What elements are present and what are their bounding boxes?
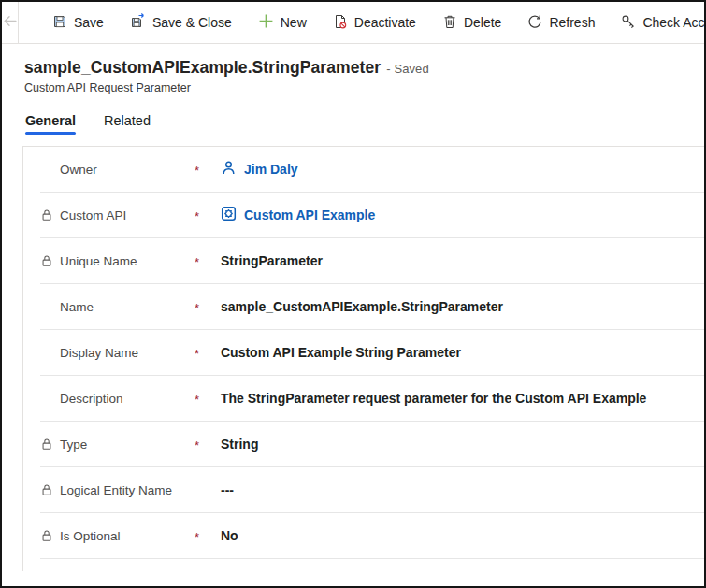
required-asterisk: *	[195, 253, 220, 269]
save-button-label: Save	[74, 15, 104, 30]
save-status-badge: - Saved	[386, 62, 429, 76]
field-label-text: Unique Name	[60, 254, 137, 268]
record-header: sample_CustomAPIExample.StringParameter-…	[2, 44, 704, 94]
plus-icon	[258, 13, 274, 32]
command-bar-buttons: Save Save & Close New	[39, 2, 706, 43]
save-and-close-button[interactable]: Save & Close	[117, 2, 245, 43]
deactivate-button-label: Deactivate	[354, 15, 416, 30]
field-label: Type	[40, 437, 195, 452]
required-asterisk: *	[195, 299, 220, 315]
field-label-text: Is Optional	[60, 529, 121, 543]
custom-api-lookup-value[interactable]: Custom API Example	[221, 206, 375, 224]
save-icon	[52, 14, 67, 32]
name-field-value[interactable]: sample_CustomAPIExample.StringParameter	[221, 299, 503, 314]
new-button[interactable]: New	[245, 2, 320, 43]
delete-button-label: Delete	[464, 15, 501, 30]
tab-related[interactable]: Related	[104, 113, 151, 137]
person-icon	[221, 160, 237, 179]
field-label: Owner	[40, 163, 195, 177]
new-button-label: New	[281, 15, 307, 30]
lock-icon	[40, 529, 54, 543]
required-asterisk: *	[195, 208, 220, 223]
is-optional-value: No	[221, 528, 238, 543]
lock-icon	[40, 483, 54, 497]
field-label: Unique Name	[40, 254, 195, 268]
lock-icon	[40, 254, 54, 268]
back-button[interactable]	[2, 2, 19, 43]
command-bar: Save Save & Close New	[2, 2, 704, 44]
field-row-display-name: Display Name * Custom API Example String…	[40, 330, 704, 376]
owner-lookup-value[interactable]: Jim Daly	[221, 160, 298, 179]
key-icon	[621, 14, 636, 32]
trash-icon	[442, 14, 457, 32]
field-label: Description	[40, 392, 195, 406]
page-title: sample_CustomAPIExample.StringParameter-…	[24, 58, 704, 78]
field-label: Custom API	[40, 208, 195, 222]
unique-name-value: StringParameter	[221, 253, 323, 268]
field-label: Name	[40, 300, 195, 314]
required-asterisk: *	[195, 345, 220, 361]
owner-link-text[interactable]: Jim Daly	[244, 162, 298, 177]
field-row-type: Type * String	[40, 422, 704, 467]
general-section: Owner * Jim Daly Custom API * Custom API…	[22, 146, 704, 571]
required-asterisk: *	[195, 162, 220, 178]
required-asterisk: *	[195, 528, 220, 544]
description-field-value[interactable]: The StringParameter request parameter fo…	[221, 391, 646, 406]
refresh-button-label: Refresh	[549, 15, 595, 30]
field-row-logical-entity-name: Logical Entity Name * ---	[40, 467, 704, 513]
field-label-text: Description	[60, 392, 123, 406]
field-row-name: Name * sample_CustomAPIExample.StringPar…	[40, 284, 704, 330]
field-row-custom-api: Custom API * Custom API Example	[40, 193, 704, 238]
field-label-text: Name	[60, 300, 94, 314]
field-label-text: Custom API	[60, 208, 126, 222]
lock-icon	[40, 208, 54, 222]
save-close-icon	[130, 13, 146, 32]
field-row-unique-name: Unique Name * StringParameter	[40, 238, 704, 284]
field-label: Logical Entity Name	[40, 483, 195, 497]
field-label-text: Owner	[60, 163, 97, 177]
save-and-close-button-label: Save & Close	[152, 15, 232, 30]
required-asterisk: *	[195, 437, 220, 452]
app-window: Save Save & Close New	[0, 0, 706, 588]
check-access-button[interactable]: Check Access	[608, 2, 706, 43]
deactivate-icon	[333, 14, 348, 32]
tab-general[interactable]: General	[25, 113, 76, 137]
required-asterisk: *	[195, 391, 220, 407]
logical-entity-name-value: ---	[221, 482, 234, 497]
back-arrow-icon	[2, 13, 18, 33]
field-label-text: Display Name	[60, 346, 138, 360]
deactivate-button[interactable]: Deactivate	[320, 2, 429, 43]
field-label: Display Name	[40, 346, 195, 360]
field-row-is-optional: Is Optional * No	[40, 513, 704, 559]
field-label: Is Optional	[40, 529, 195, 543]
entity-type-label: Custom API Request Parameter	[24, 81, 704, 94]
form-tabs: General Related	[2, 113, 704, 137]
delete-button[interactable]: Delete	[429, 2, 514, 43]
field-label-text: Type	[60, 437, 87, 452]
field-label-text: Logical Entity Name	[60, 483, 172, 497]
lock-icon	[40, 437, 54, 452]
custom-api-icon	[221, 206, 237, 224]
save-button[interactable]: Save	[39, 2, 117, 43]
type-field-value: String	[221, 437, 258, 452]
field-row-owner: Owner * Jim Daly	[40, 147, 704, 193]
display-name-field-value[interactable]: Custom API Example String Parameter	[221, 345, 461, 360]
custom-api-link-text[interactable]: Custom API Example	[244, 208, 375, 222]
refresh-icon	[527, 14, 542, 32]
field-row-description: Description * The StringParameter reques…	[40, 376, 704, 422]
check-access-button-label: Check Access	[642, 15, 706, 30]
refresh-button[interactable]: Refresh	[514, 2, 608, 43]
